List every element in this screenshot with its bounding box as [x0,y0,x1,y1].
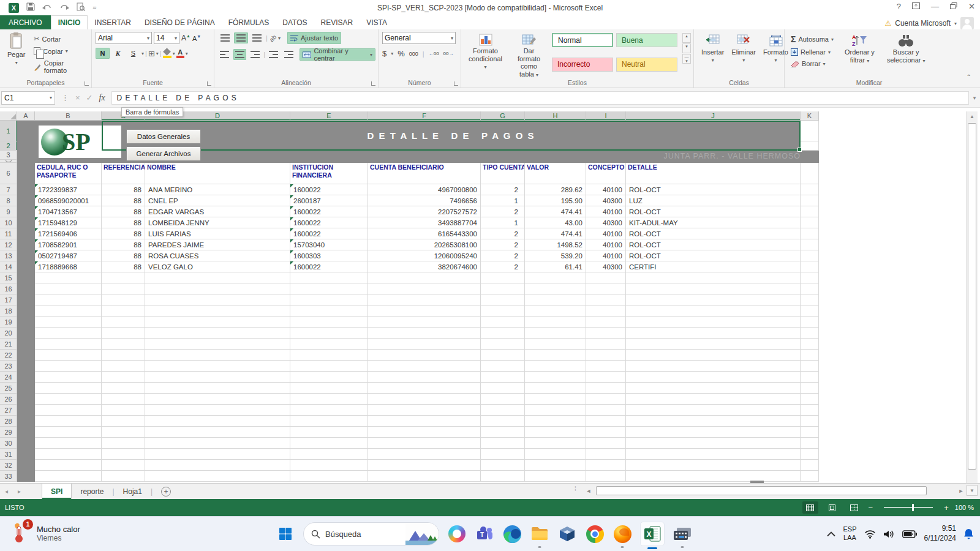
column-header[interactable]: K [801,111,819,121]
table-row[interactable]: 8 0968599020001 88 CNEL EP 2600187 74966… [0,195,966,206]
column-header[interactable]: I [586,111,626,121]
cell-concepto[interactable]: 40100 [586,250,626,261]
comma-format-icon[interactable]: 000 [409,51,418,57]
table-row[interactable]: 10 1715948129 88 LOMBEIDA JENNY 1600022 … [0,217,966,228]
cell-valor[interactable]: 474.41 [525,228,586,239]
row-header[interactable]: 11 [0,228,17,239]
cell-cuenta[interactable]: 7496656 [368,195,481,206]
ribbon-display-icon[interactable] [912,2,920,11]
paste-button[interactable]: Pegar▾ [4,32,29,75]
cancel-entry-icon[interactable]: × [75,93,80,102]
font-color-icon[interactable]: A [176,48,184,58]
edge-icon[interactable] [502,524,522,544]
cell-concepto[interactable]: 40300 [586,195,626,206]
minimize-icon[interactable]: — [931,2,939,11]
align-left-icon[interactable] [218,49,232,60]
empty-row[interactable]: 33 [0,471,966,482]
empty-row[interactable]: 29 [0,427,966,438]
cell-concepto[interactable]: 40100 [586,228,626,239]
row-header[interactable]: 23 [0,361,17,372]
row-header[interactable]: 7 [0,184,17,195]
row-header[interactable]: 10 [0,217,17,228]
collapse-ribbon-icon[interactable]: ⌃ [967,73,971,80]
sheet-nav-left-icon[interactable]: ◂ [0,488,13,495]
search-input[interactable]: Búsqueda [303,522,439,545]
table-row[interactable]: 9 1704713567 88 EDGAR VARGAS 1600022 220… [0,206,966,217]
cell-tipo[interactable]: 2 [481,228,525,239]
fill-button[interactable]: Rellenar▾ [788,47,836,57]
autosum-button[interactable]: ΣAutosuma▾ [788,33,836,45]
formula-input[interactable]: D E T A L L E D E P A G O S [111,91,969,105]
align-center-icon[interactable] [233,49,247,60]
align-middle-icon[interactable] [234,32,248,43]
search-highlight-image[interactable] [405,522,439,545]
page-layout-view-icon[interactable] [824,501,840,514]
normal-view-icon[interactable] [802,501,818,514]
dialog-launcher-icon[interactable] [207,81,211,86]
cell-referencia[interactable]: 88 [102,228,145,239]
find-select-button[interactable]: Buscar yseleccionar ▾ [883,32,929,69]
empty-row[interactable]: 27 [0,405,966,416]
row-header[interactable]: 18 [0,305,17,317]
col-header-cedula[interactable]: CEDULA, RUC O PASAPORTE [35,163,102,184]
sheet-tab-reporte[interactable]: reporte [72,484,112,499]
chrome-icon[interactable] [585,524,605,544]
restore-icon[interactable] [950,2,957,11]
delete-cells-button[interactable]: Eliminar▾ [728,32,760,65]
help-icon[interactable]: ? [897,2,901,11]
fill-handle[interactable] [797,148,802,152]
start-button[interactable] [276,524,295,544]
column-header[interactable]: A [17,111,35,121]
col-header-nombre[interactable]: NOMBRE [145,163,290,184]
dialog-launcher-icon[interactable] [85,81,89,86]
cell-tipo[interactable]: 2 [481,250,525,261]
row-header[interactable]: 32 [0,460,17,471]
row-header[interactable]: 25 [0,383,17,394]
gallery-more-icon[interactable]: —▾ [682,54,691,64]
confirm-entry-icon[interactable]: ✓ [86,93,93,102]
cell-cedula[interactable]: 1722399837 [35,184,102,195]
row-header[interactable]: 16 [0,283,17,294]
table-row[interactable]: 14 1718889668 88 VELOZ GALO 1600022 3820… [0,261,966,272]
row-header[interactable]: 22 [0,350,17,361]
empty-row[interactable]: 28 [0,416,966,427]
sheet-tab-spi[interactable]: SPI [42,484,72,499]
cell-referencia[interactable]: 88 [102,184,145,195]
italic-button[interactable]: K [111,48,125,59]
cell-cedula[interactable]: 1715948129 [35,217,102,228]
gallery-down-icon[interactable]: ▾ [682,43,691,53]
cell-detalle[interactable]: ROL-OCT [626,250,801,261]
scroll-up-icon[interactable]: ▲ [967,111,978,122]
format-painter-button[interactable]: Copiar formato [31,58,89,75]
zoom-level[interactable]: 100 % [955,504,974,511]
cell-valor[interactable]: 195.90 [525,195,586,206]
cell-style-buena[interactable]: Buena [616,33,677,47]
file-explorer-icon[interactable] [530,524,549,544]
tab-inicio[interactable]: INICIO [51,15,88,29]
cell-cuenta[interactable]: 6165443300 [368,228,481,239]
cell-institucion[interactable]: 1600303 [290,250,368,261]
notification-bell-icon[interactable] [963,528,974,539]
empty-row[interactable]: 16 [0,283,966,294]
table-header-row[interactable]: 6 CEDULA, RUC O PASAPORTE REFERENCIA NOM… [0,163,966,184]
cell-nombre[interactable]: ANA MERINO [145,184,290,195]
cell-cedula[interactable]: 1708582901 [35,239,102,250]
cell-nombre[interactable]: CNEL EP [145,195,290,206]
column-header[interactable]: E [290,111,368,121]
empty-row[interactable]: 22 [0,350,966,361]
bold-button[interactable]: N [96,48,110,59]
row-header[interactable]: 30 [0,438,17,449]
cell-cedula[interactable]: 0502719487 [35,250,102,261]
row-header[interactable]: 14 [0,261,17,272]
empty-row[interactable]: 21 [0,339,966,350]
add-sheet-icon[interactable]: + [161,487,171,497]
select-all-corner[interactable] [0,111,17,121]
cell-style-normal[interactable]: Normal [552,33,613,47]
column-header[interactable]: G [481,111,525,121]
teams-icon[interactable]: T [475,524,494,544]
row-header[interactable]: 9 [0,206,17,217]
empty-row[interactable]: 23 [0,361,966,372]
cell-nombre[interactable]: VELOZ GALO [145,261,290,272]
vertical-scroll-thumb[interactable] [968,123,976,470]
cell-referencia[interactable]: 88 [102,261,145,272]
